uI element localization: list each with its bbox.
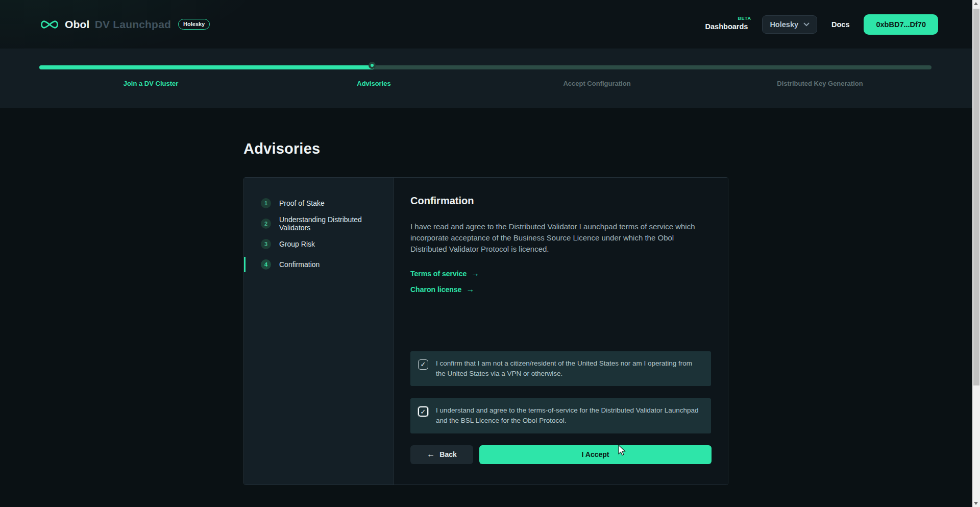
progress-bar-zone: Join a DV Cluster Advisories Accept Conf… — [39, 49, 932, 108]
checkmark-icon: ✓ — [421, 360, 426, 368]
brand-product-text: DV Launchpad — [95, 18, 171, 31]
progress-stepper: Join a DV Cluster Advisories Accept Conf… — [0, 49, 980, 108]
citizen-confirmation-label: I confirm that I am not a citizen/reside… — [436, 358, 703, 379]
scrollbar-down-arrow-icon[interactable] — [974, 502, 978, 505]
sidebar-item-label: Confirmation — [279, 260, 320, 269]
sidebar-item-label: Understanding Distributed Validators — [279, 215, 393, 232]
scrollbar-up-arrow-icon[interactable] — [974, 2, 978, 5]
i-accept-button[interactable]: I Accept — [479, 445, 712, 464]
step-distributed-key-generation: Distributed Key Generation — [708, 80, 932, 87]
legal-links: Terms of service → Charon license → — [410, 269, 712, 294]
obol-infinity-logo-icon — [39, 19, 60, 30]
terms-agreement-label: I understand and agree to the terms-of-s… — [436, 405, 703, 426]
sidebar-item-confirmation[interactable]: 4 Confirmation — [244, 254, 393, 275]
advisory-steps-sidebar: 1 Proof of Stake 2 Understanding Distrib… — [244, 178, 394, 485]
wallet-address-button[interactable]: 0xbBD7...Df70 — [864, 14, 938, 35]
confirmation-actions: ← Back I Accept — [410, 445, 712, 464]
scrollbar-thumb[interactable] — [973, 9, 979, 385]
nav-dashboards-link[interactable]: BETA Dashboards — [705, 18, 748, 31]
confirmation-heading: Confirmation — [410, 195, 712, 207]
step-number-badge: 1 — [261, 198, 271, 208]
vertical-scrollbar[interactable] — [972, 0, 980, 507]
checkbox-checked[interactable]: ✓ — [418, 359, 428, 370]
step-labels: Join a DV Cluster Advisories Accept Conf… — [39, 80, 932, 87]
checkmark-icon: ✓ — [421, 408, 426, 416]
navbar-actions: BETA Dashboards Holesky Docs 0xbBD7...Df… — [705, 14, 938, 35]
top-navbar: Obol DV Launchpad Holesky BETA Dashboard… — [0, 0, 980, 49]
arrow-left-icon: ← — [427, 450, 435, 459]
beta-badge: BETA — [738, 16, 751, 21]
sidebar-item-label: Proof of Stake — [279, 199, 325, 207]
progress-fill — [39, 65, 374, 69]
step-number-badge: 3 — [261, 239, 271, 249]
step-number-badge: 4 — [261, 259, 271, 270]
network-badge: Holesky — [178, 19, 210, 30]
sidebar-item-understanding-distributed-validators[interactable]: 2 Understanding Distributed Validators — [244, 213, 393, 234]
charon-license-link[interactable]: Charon license → — [410, 285, 474, 294]
arrow-right-icon: → — [466, 285, 474, 294]
back-button[interactable]: ← Back — [410, 445, 473, 464]
network-select-value: Holesky — [770, 20, 798, 29]
chevron-down-icon — [803, 22, 810, 27]
confirmation-body-text: I have read and agree to the Distributed… — [410, 221, 699, 255]
advisories-card: 1 Proof of Stake 2 Understanding Distrib… — [243, 177, 728, 485]
step-accept-configuration: Accept Configuration — [485, 80, 708, 87]
network-select-dropdown[interactable]: Holesky — [762, 15, 817, 34]
terms-of-service-label: Terms of service — [410, 270, 467, 278]
dashboards-label: Dashboards — [705, 22, 748, 31]
charon-license-label: Charon license — [410, 285, 461, 294]
nav-docs-link[interactable]: Docs — [831, 20, 849, 29]
back-button-label: Back — [439, 450, 456, 458]
obol-dv-launchpad-app: Obol DV Launchpad Holesky BETA Dashboard… — [0, 0, 980, 507]
page-title: Advisories — [243, 140, 320, 157]
step-join-a-dv-cluster: Join a DV Cluster — [39, 80, 262, 87]
terms-agreement-checkbox-row[interactable]: ✓ I understand and agree to the terms-of… — [410, 398, 711, 433]
checkbox-checked-focused[interactable]: ✓ — [418, 406, 428, 417]
sidebar-item-group-risk[interactable]: 3 Group Risk — [244, 234, 393, 254]
step-number-badge: 2 — [261, 219, 271, 229]
brand-obol-text: Obol — [65, 18, 90, 31]
confirmation-panel: Confirmation I have read and agree to th… — [394, 178, 728, 485]
brand-home-link[interactable]: Obol DV Launchpad Holesky — [39, 18, 210, 31]
sidebar-item-proof-of-stake[interactable]: 1 Proof of Stake — [244, 193, 393, 213]
terms-of-service-link[interactable]: Terms of service → — [410, 269, 479, 278]
sidebar-item-label: Group Risk — [279, 240, 315, 248]
progress-current-dot — [369, 62, 376, 69]
arrow-right-icon: → — [471, 269, 479, 278]
citizen-confirmation-checkbox-row[interactable]: ✓ I confirm that I am not a citizen/resi… — [410, 351, 711, 387]
step-advisories: Advisories — [262, 80, 485, 87]
